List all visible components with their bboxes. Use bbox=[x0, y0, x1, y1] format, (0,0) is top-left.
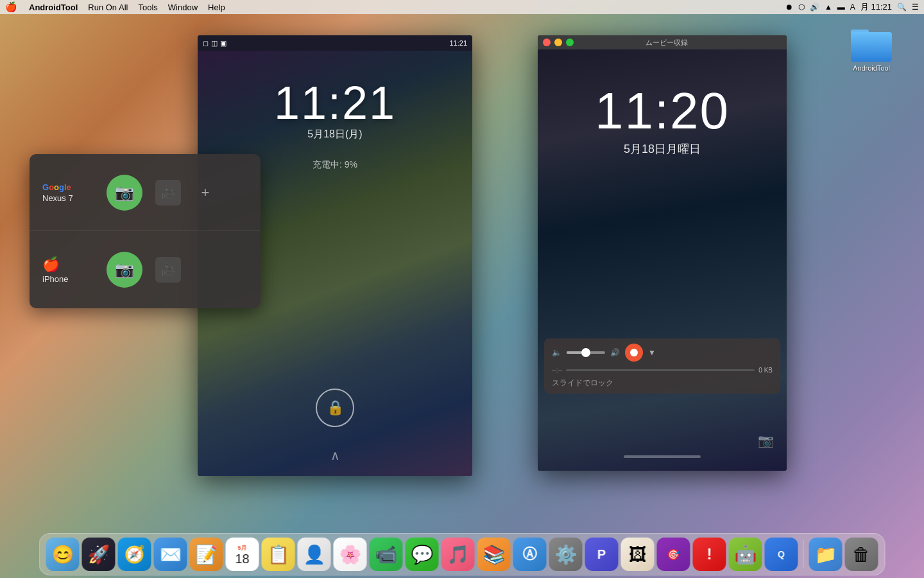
dock-androidtool[interactable]: 🤖 bbox=[729, 538, 762, 571]
pushover-icon: P bbox=[597, 547, 606, 562]
menu-runonall[interactable]: Run On All bbox=[83, 3, 133, 12]
video-icon-2: 🎥 bbox=[161, 263, 175, 277]
cal-day: 18 bbox=[235, 552, 249, 566]
contacts-icon: 👤 bbox=[303, 544, 325, 565]
volume-icon[interactable]: 🔊 bbox=[810, 3, 819, 12]
android-up-arrow: ∧ bbox=[330, 448, 340, 463]
svg-rect-2 bbox=[851, 32, 892, 62]
record-button[interactable] bbox=[625, 344, 643, 362]
dock-itunes[interactable]: 🎵 bbox=[441, 538, 475, 571]
dock-facetime[interactable]: 📹 bbox=[370, 538, 403, 571]
vol-low-icon: 🔈 bbox=[552, 348, 561, 357]
record-icon[interactable]: ⏺ bbox=[785, 3, 793, 12]
iphone-window[interactable]: ムービー収録 11:20 5月18日月曜日 🔈 🔊 ▼ bbox=[538, 35, 787, 471]
apple-menu[interactable]: 🍎 bbox=[5, 1, 17, 13]
iphone-content: 11:20 5月18日月曜日 🔈 🔊 ▼ --:-- bbox=[538, 49, 787, 471]
iphone-info: 🍎 iPhone bbox=[42, 256, 94, 284]
dock-safari[interactable]: 🧭 bbox=[118, 538, 151, 571]
rocket-icon: 🚀 bbox=[87, 544, 110, 565]
dock-pushover[interactable]: P bbox=[585, 538, 619, 571]
menu-help[interactable]: Help bbox=[203, 3, 230, 12]
dock-preview[interactable]: 🖼 bbox=[621, 538, 654, 571]
menu-window[interactable]: Window bbox=[163, 3, 203, 12]
menubar: 🍎 AndroidTool Run On All Tools Window He… bbox=[0, 0, 924, 14]
lock-icon: 🔒 bbox=[327, 399, 344, 416]
iphone-record-btn[interactable]: 🎥 bbox=[155, 257, 181, 283]
iphone-screenshot-btn[interactable]: 📷 bbox=[107, 252, 142, 288]
list-icon[interactable]: ☰ bbox=[912, 3, 919, 12]
pock-icon: 🎯 bbox=[667, 548, 680, 561]
android-charging: 充電中: 9% bbox=[312, 159, 357, 171]
wifi-icon[interactable]: ▲ bbox=[825, 3, 832, 12]
window-close-btn[interactable] bbox=[543, 39, 551, 46]
dock-files[interactable]: 📁 bbox=[809, 538, 843, 571]
search-icon[interactable]: 🔍 bbox=[897, 3, 907, 12]
appstore-icon: Ⓐ bbox=[523, 545, 537, 564]
record-dropdown[interactable]: ▼ bbox=[648, 348, 656, 357]
dock-messages[interactable]: 💬 bbox=[406, 538, 439, 571]
notes-icon: 📝 bbox=[195, 544, 218, 565]
android-status-time: 11:21 bbox=[449, 39, 467, 47]
dock-sysprefs[interactable]: ⚙️ bbox=[549, 538, 583, 571]
dock-ibooks[interactable]: 📚 bbox=[477, 538, 511, 571]
android-time: 11:21 bbox=[274, 76, 396, 129]
files-icon: 📁 bbox=[814, 544, 837, 565]
menu-tools[interactable]: Tools bbox=[133, 3, 162, 12]
desktop: 🍎 AndroidTool Run On All Tools Window He… bbox=[0, 0, 924, 578]
file-size: 0 KB bbox=[758, 367, 773, 374]
dock-reminders[interactable]: ! bbox=[693, 538, 726, 571]
iphone-titlebar: ムービー収録 bbox=[538, 35, 787, 49]
nexus7-screenshot-btn[interactable]: 📷 bbox=[107, 175, 142, 211]
dock-appstore[interactable]: Ⓐ bbox=[513, 538, 547, 571]
dock-calendar[interactable]: 5月 18 bbox=[226, 538, 259, 571]
dropbox-icon: ⬡ bbox=[798, 3, 805, 12]
nexus7-add-btn[interactable]: + bbox=[194, 181, 217, 204]
dock-contacts[interactable]: 👤 bbox=[298, 538, 331, 571]
dock-photos[interactable]: 🌸 bbox=[334, 538, 367, 571]
androidtool-icon: 🤖 bbox=[734, 544, 757, 565]
desktop-folder[interactable]: AndroidTool bbox=[851, 26, 892, 72]
android-status-icons: ◻◫▣ bbox=[203, 39, 227, 48]
dock-rocket[interactable]: 🚀 bbox=[82, 538, 116, 571]
vol-high-icon: 🔊 bbox=[610, 348, 620, 357]
menu-androidtool[interactable]: AndroidTool bbox=[24, 3, 83, 12]
volume-slider[interactable] bbox=[567, 351, 605, 354]
dock-finder[interactable]: 😊 bbox=[46, 538, 80, 571]
recording-time: --:-- bbox=[552, 367, 562, 374]
android-date: 5月18日(月) bbox=[307, 128, 362, 141]
menubar-time: 月 11:21 bbox=[860, 1, 892, 13]
folder-icon bbox=[851, 26, 892, 62]
dock-stickies[interactable]: 📋 bbox=[262, 538, 295, 571]
iphone-camera-button[interactable]: 📷 bbox=[758, 433, 774, 448]
device-panel: Google Nexus 7 📷 🎥 + 🍎 iPhone 📷 bbox=[30, 154, 261, 308]
progress-track bbox=[566, 369, 755, 371]
nexus7-name: Nexus 7 bbox=[42, 193, 94, 203]
dock-notes[interactable]: 📝 bbox=[190, 538, 223, 571]
dock-mail[interactable]: ✉️ bbox=[154, 538, 187, 571]
apple-logo: 🍎 bbox=[42, 256, 94, 273]
photos-icon: 🌸 bbox=[339, 544, 361, 565]
iphone-device-name: iPhone bbox=[42, 274, 94, 284]
calendar-date: 5月 18 bbox=[235, 543, 249, 566]
qreate-icon: Q bbox=[778, 549, 785, 559]
iphone-time: 11:20 bbox=[595, 82, 730, 141]
dock-trash[interactable]: 🗑 bbox=[845, 538, 878, 571]
ibooks-icon: 📚 bbox=[483, 544, 505, 565]
plus-icon: + bbox=[201, 184, 210, 201]
reminders-icon: ! bbox=[707, 545, 712, 563]
android-statusbar: ◻◫▣ 11:21 bbox=[198, 35, 472, 51]
itunes-icon: 🎵 bbox=[447, 544, 469, 565]
mail-icon: ✉️ bbox=[159, 544, 182, 565]
stickies-icon: 📋 bbox=[267, 544, 289, 565]
dock-pock[interactable]: 🎯 bbox=[657, 538, 690, 571]
window-zoom-btn[interactable] bbox=[566, 39, 574, 46]
window-minimize-btn[interactable] bbox=[554, 39, 562, 46]
iphone-home-bar bbox=[624, 455, 701, 458]
camera-icon-2: 📷 bbox=[115, 261, 134, 279]
trash-icon: 🗑 bbox=[853, 544, 871, 565]
text-input-icon[interactable]: A bbox=[850, 3, 855, 12]
dock-qreate[interactable]: Q bbox=[765, 538, 798, 571]
nexus7-record-btn[interactable]: 🎥 bbox=[155, 180, 181, 206]
cal-month: 5月 bbox=[235, 543, 249, 552]
iphone-date: 5月18日月曜日 bbox=[624, 141, 701, 157]
